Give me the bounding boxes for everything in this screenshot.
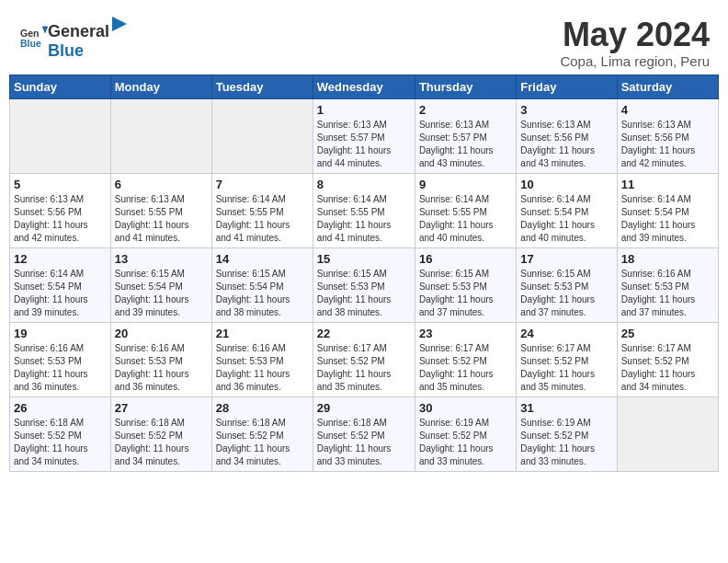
- calendar-cell: 2Sunrise: 6:13 AM Sunset: 5:57 PM Daylig…: [415, 98, 516, 173]
- day-number: 1: [317, 103, 411, 117]
- weekday-wednesday: Wednesday: [313, 75, 415, 98]
- day-info: Sunrise: 6:13 AM Sunset: 5:55 PM Dayligh…: [115, 193, 208, 245]
- calendar-cell: [10, 98, 111, 173]
- weekday-thursday: Thursday: [415, 75, 516, 98]
- day-number: 7: [216, 178, 309, 191]
- day-number: 22: [317, 327, 411, 340]
- svg-text:Blue: Blue: [20, 38, 41, 49]
- day-info: Sunrise: 6:16 AM Sunset: 5:53 PM Dayligh…: [216, 342, 309, 394]
- day-number: 12: [14, 252, 107, 266]
- logo-image: Gen Blue: [18, 23, 48, 54]
- day-info: Sunrise: 6:14 AM Sunset: 5:54 PM Dayligh…: [621, 193, 714, 245]
- page-header: Gen Blue General Blue May 2024 Copa, Lim…: [9, 9, 719, 75]
- calendar-week-1: 1Sunrise: 6:13 AM Sunset: 5:57 PM Daylig…: [10, 98, 719, 173]
- day-number: 4: [621, 103, 714, 117]
- day-info: Sunrise: 6:15 AM Sunset: 5:54 PM Dayligh…: [115, 268, 208, 319]
- day-number: 5: [14, 178, 107, 191]
- day-number: 9: [419, 178, 512, 191]
- day-number: 19: [14, 327, 107, 340]
- day-info: Sunrise: 6:13 AM Sunset: 5:57 PM Dayligh…: [317, 119, 411, 170]
- calendar-cell: 16Sunrise: 6:15 AM Sunset: 5:53 PM Dayli…: [415, 247, 516, 322]
- day-info: Sunrise: 6:13 AM Sunset: 5:57 PM Dayligh…: [419, 119, 512, 170]
- calendar-cell: [211, 98, 313, 173]
- calendar-cell: [617, 396, 718, 471]
- day-number: 6: [115, 178, 208, 191]
- day-info: Sunrise: 6:19 AM Sunset: 5:52 PM Dayligh…: [419, 417, 512, 468]
- day-info: Sunrise: 6:16 AM Sunset: 5:53 PM Dayligh…: [115, 342, 208, 394]
- calendar-cell: [110, 98, 211, 173]
- day-number: 30: [419, 401, 512, 415]
- day-number: 31: [520, 401, 612, 415]
- day-number: 27: [115, 401, 208, 415]
- day-info: Sunrise: 6:14 AM Sunset: 5:55 PM Dayligh…: [419, 193, 512, 245]
- logo-blue: Blue: [48, 41, 84, 60]
- calendar-cell: 10Sunrise: 6:14 AM Sunset: 5:54 PM Dayli…: [517, 173, 617, 247]
- day-info: Sunrise: 6:17 AM Sunset: 5:52 PM Dayligh…: [520, 342, 612, 394]
- weekday-tuesday: Tuesday: [211, 75, 313, 98]
- calendar-cell: 3Sunrise: 6:13 AM Sunset: 5:56 PM Daylig…: [517, 98, 617, 173]
- day-number: 14: [216, 252, 309, 266]
- calendar-cell: 17Sunrise: 6:15 AM Sunset: 5:53 PM Dayli…: [517, 247, 617, 322]
- calendar-cell: 21Sunrise: 6:16 AM Sunset: 5:53 PM Dayli…: [211, 322, 313, 396]
- calendar-cell: 19Sunrise: 6:16 AM Sunset: 5:53 PM Dayli…: [10, 322, 111, 396]
- calendar-table: SundayMondayTuesdayWednesdayThursdayFrid…: [9, 75, 719, 472]
- day-info: Sunrise: 6:15 AM Sunset: 5:53 PM Dayligh…: [317, 268, 411, 319]
- day-info: Sunrise: 6:16 AM Sunset: 5:53 PM Dayligh…: [621, 268, 714, 319]
- calendar-cell: 14Sunrise: 6:15 AM Sunset: 5:54 PM Dayli…: [211, 247, 313, 322]
- calendar-cell: 11Sunrise: 6:14 AM Sunset: 5:54 PM Dayli…: [617, 173, 718, 247]
- svg-marker-4: [112, 17, 127, 31]
- day-number: 28: [216, 401, 309, 415]
- day-info: Sunrise: 6:14 AM Sunset: 5:55 PM Dayligh…: [216, 193, 309, 245]
- calendar-cell: 20Sunrise: 6:16 AM Sunset: 5:53 PM Dayli…: [110, 322, 211, 396]
- day-number: 16: [419, 252, 512, 266]
- calendar-week-2: 5Sunrise: 6:13 AM Sunset: 5:56 PM Daylig…: [10, 173, 719, 247]
- calendar-cell: 25Sunrise: 6:17 AM Sunset: 5:52 PM Dayli…: [617, 322, 718, 396]
- day-info: Sunrise: 6:14 AM Sunset: 5:54 PM Dayligh…: [520, 193, 612, 245]
- location-title: Copa, Lima region, Peru: [560, 53, 710, 69]
- calendar-cell: 9Sunrise: 6:14 AM Sunset: 5:55 PM Daylig…: [415, 173, 516, 247]
- calendar-cell: 8Sunrise: 6:14 AM Sunset: 5:55 PM Daylig…: [313, 173, 415, 247]
- title-block: May 2024 Copa, Lima region, Peru: [560, 17, 710, 69]
- day-info: Sunrise: 6:18 AM Sunset: 5:52 PM Dayligh…: [115, 417, 208, 468]
- weekday-saturday: Saturday: [617, 75, 718, 98]
- calendar-cell: 24Sunrise: 6:17 AM Sunset: 5:52 PM Dayli…: [517, 322, 617, 396]
- day-number: 13: [115, 252, 208, 266]
- calendar-cell: 18Sunrise: 6:16 AM Sunset: 5:53 PM Dayli…: [617, 247, 718, 322]
- month-title: May 2024: [560, 17, 710, 53]
- day-info: Sunrise: 6:17 AM Sunset: 5:52 PM Dayligh…: [317, 342, 411, 394]
- day-info: Sunrise: 6:15 AM Sunset: 5:54 PM Dayligh…: [216, 268, 309, 319]
- day-number: 10: [520, 178, 612, 191]
- calendar-cell: 28Sunrise: 6:18 AM Sunset: 5:52 PM Dayli…: [211, 396, 313, 471]
- day-number: 15: [317, 252, 411, 266]
- day-info: Sunrise: 6:14 AM Sunset: 5:54 PM Dayligh…: [14, 268, 107, 319]
- day-number: 21: [216, 327, 309, 340]
- calendar-cell: 31Sunrise: 6:19 AM Sunset: 5:52 PM Dayli…: [517, 396, 617, 471]
- logo: Gen Blue General Blue: [18, 17, 128, 61]
- day-number: 24: [520, 327, 612, 340]
- calendar-week-3: 12Sunrise: 6:14 AM Sunset: 5:54 PM Dayli…: [10, 247, 719, 322]
- day-number: 26: [14, 401, 107, 415]
- calendar-cell: 30Sunrise: 6:19 AM Sunset: 5:52 PM Dayli…: [415, 396, 516, 471]
- day-info: Sunrise: 6:13 AM Sunset: 5:56 PM Dayligh…: [621, 119, 714, 170]
- day-number: 11: [621, 178, 714, 191]
- calendar-cell: 22Sunrise: 6:17 AM Sunset: 5:52 PM Dayli…: [313, 322, 415, 396]
- calendar-cell: 15Sunrise: 6:15 AM Sunset: 5:53 PM Dayli…: [313, 247, 415, 322]
- weekday-sunday: Sunday: [10, 75, 111, 98]
- calendar-week-5: 26Sunrise: 6:18 AM Sunset: 5:52 PM Dayli…: [10, 396, 719, 471]
- day-info: Sunrise: 6:14 AM Sunset: 5:55 PM Dayligh…: [317, 193, 411, 245]
- day-info: Sunrise: 6:15 AM Sunset: 5:53 PM Dayligh…: [419, 268, 512, 319]
- day-info: Sunrise: 6:19 AM Sunset: 5:52 PM Dayligh…: [520, 417, 612, 468]
- day-info: Sunrise: 6:17 AM Sunset: 5:52 PM Dayligh…: [621, 342, 714, 394]
- day-info: Sunrise: 6:17 AM Sunset: 5:52 PM Dayligh…: [419, 342, 512, 394]
- day-number: 29: [317, 401, 411, 415]
- day-info: Sunrise: 6:18 AM Sunset: 5:52 PM Dayligh…: [317, 417, 411, 468]
- logo-text-block: General Blue: [48, 17, 128, 61]
- weekday-friday: Friday: [517, 75, 617, 98]
- calendar-cell: 4Sunrise: 6:13 AM Sunset: 5:56 PM Daylig…: [617, 98, 718, 173]
- day-number: 3: [520, 103, 612, 117]
- day-info: Sunrise: 6:13 AM Sunset: 5:56 PM Dayligh…: [14, 193, 107, 245]
- day-number: 23: [419, 327, 512, 340]
- day-info: Sunrise: 6:16 AM Sunset: 5:53 PM Dayligh…: [14, 342, 107, 394]
- calendar-week-4: 19Sunrise: 6:16 AM Sunset: 5:53 PM Dayli…: [10, 322, 719, 396]
- day-info: Sunrise: 6:18 AM Sunset: 5:52 PM Dayligh…: [216, 417, 309, 468]
